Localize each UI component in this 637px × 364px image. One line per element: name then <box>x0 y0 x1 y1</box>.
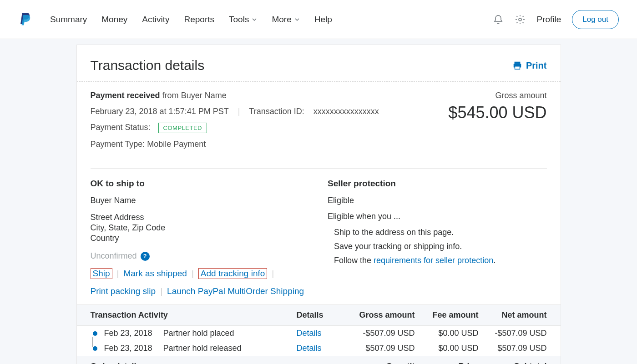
bell-icon[interactable] <box>493 14 504 25</box>
from-label: from <box>162 91 179 100</box>
activity-desc: Partner hold released <box>163 344 297 353</box>
logout-button[interactable]: Log out <box>572 10 619 29</box>
col-fee: Fee amount <box>415 310 479 320</box>
print-icon <box>512 60 522 70</box>
col-price: Price <box>420 362 479 364</box>
shipping-actions-row-2: Print packing slip | Launch PayPal Multi… <box>91 286 310 296</box>
eligible-value: Eligible <box>328 196 547 205</box>
svg-rect-1 <box>515 62 521 64</box>
nav-help[interactable]: Help <box>314 15 332 25</box>
top-navbar: Summary Money Activity Reports Tools Mor… <box>0 0 637 39</box>
page-title: Transaction details <box>91 58 205 73</box>
eligible-item: Ship to the address on this page. <box>334 228 547 237</box>
print-label: Print <box>526 60 547 71</box>
activity-gross: $507.09 USD <box>347 344 415 353</box>
ship-city-state-zip: City, State, Zip Code <box>91 223 310 233</box>
activity-date: Feb 23, 2018 <box>100 329 163 338</box>
payment-status-label: Payment Status: <box>91 123 151 132</box>
panel-header: Transaction details Print <box>77 45 561 82</box>
activity-row: Feb 23, 2018 Partner hold placed Details… <box>77 326 561 341</box>
payment-received-label: Payment received <box>91 91 160 100</box>
ship-country: Country <box>91 234 310 243</box>
separator: | <box>272 269 274 279</box>
order-details-heading: Order details <box>91 362 360 364</box>
activity-date: Feb 23, 2018 <box>100 344 163 353</box>
add-tracking-link[interactable]: Add tracking info <box>201 269 265 278</box>
activity-desc: Partner hold placed <box>163 329 297 338</box>
activity-gross: -$507.09 USD <box>347 329 415 338</box>
gross-amount-value: $545.00 USD <box>429 103 547 122</box>
shipping-protection-row: OK to ship to Buyer Name Street Address … <box>77 169 561 304</box>
shipping-actions-row-1: Ship | Mark as shipped | Add tracking in… <box>91 268 310 279</box>
gross-amount-label: Gross amount <box>429 91 547 100</box>
timeline-dot-icon <box>93 331 97 336</box>
col-net: Net amount <box>479 310 547 320</box>
activity-details-link[interactable]: Details <box>297 344 322 353</box>
nav-reports[interactable]: Reports <box>184 15 215 25</box>
activity-heading: Transaction Activity <box>91 310 297 320</box>
transaction-details-panel: Transaction details Print Payment receiv… <box>76 45 561 364</box>
mark-shipped-link[interactable]: Mark as shipped <box>123 269 187 279</box>
eligible-item-follow: Follow the requirements for seller prote… <box>334 256 547 265</box>
separator: | <box>117 269 119 279</box>
buyer-name: Buyer Name <box>181 91 227 100</box>
address-status: Unconfirmed ? <box>91 251 310 261</box>
separator: | <box>192 269 194 279</box>
seller-protection-requirements-link[interactable]: requirements for seller protection <box>374 256 493 265</box>
order-details-header: Order details Quantity Price Subtotal <box>77 356 561 364</box>
ship-name: Buyer Name <box>91 196 310 205</box>
gear-icon[interactable] <box>515 14 526 25</box>
status-badge: COMPLETED <box>158 123 207 133</box>
payment-summary: Payment received from Buyer Name Februar… <box>77 82 561 165</box>
help-icon[interactable]: ? <box>141 252 150 261</box>
activity-fee: $0.00 USD <box>415 344 479 353</box>
eligible-when-label: Eligible when you ... <box>328 212 547 221</box>
activity-row: Feb 23, 2018 Partner hold released Detai… <box>77 341 561 356</box>
col-quantity: Quantity <box>360 362 420 364</box>
follow-suffix: . <box>493 256 495 265</box>
ship-link[interactable]: Ship <box>93 269 110 278</box>
nav-more-label: More <box>272 15 291 25</box>
svg-point-0 <box>519 18 521 21</box>
paypal-logo-icon <box>18 11 32 28</box>
col-gross: Gross amount <box>347 310 415 320</box>
profile-link[interactable]: Profile <box>536 15 561 25</box>
chevron-down-icon <box>294 17 300 22</box>
payment-timestamp: February 23, 2018 at 1:57:41 PM PST <box>91 107 229 116</box>
nav-activity[interactable]: Activity <box>142 15 169 25</box>
nav-tools-label: Tools <box>229 15 249 25</box>
nav-more[interactable]: More <box>272 15 299 25</box>
col-subtotal: Subtotal <box>479 362 547 364</box>
col-details: Details <box>297 310 347 320</box>
activity-table-header: Transaction Activity Details Gross amoun… <box>77 304 561 326</box>
unconfirmed-label: Unconfirmed <box>91 251 137 261</box>
seller-protection-heading: Seller protection <box>328 179 547 189</box>
separator: | <box>238 107 240 116</box>
transaction-id-label: Transaction ID: <box>249 107 304 116</box>
print-packing-slip-link[interactable]: Print packing slip <box>91 286 156 296</box>
print-button[interactable]: Print <box>512 60 547 71</box>
activity-details-link[interactable]: Details <box>297 329 322 338</box>
ship-street: Street Address <box>91 213 310 222</box>
main-nav: Summary Money Activity Reports Tools Mor… <box>50 15 332 25</box>
svg-rect-3 <box>515 66 520 69</box>
ship-to-section: OK to ship to Buyer Name Street Address … <box>91 179 310 296</box>
nav-summary[interactable]: Summary <box>50 15 87 25</box>
activity-fee: $0.00 USD <box>415 329 479 338</box>
payment-type: Payment Type: Mobile Payment <box>91 140 429 149</box>
nav-tools[interactable]: Tools <box>229 15 257 25</box>
follow-prefix: Follow the <box>334 256 374 265</box>
seller-protection-section: Seller protection Eligible Eligible when… <box>328 179 547 296</box>
chevron-down-icon <box>252 17 257 22</box>
activity-net: -$507.09 USD <box>479 329 547 338</box>
transaction-id-value: xxxxxxxxxxxxxxxx <box>313 107 379 116</box>
eligible-item: Save your tracking or shipping info. <box>334 242 547 251</box>
ship-to-heading: OK to ship to <box>91 179 310 189</box>
nav-money[interactable]: Money <box>101 15 127 25</box>
timeline-connector <box>92 337 93 347</box>
timeline-dot-icon <box>93 346 97 351</box>
header-actions: Profile Log out <box>493 10 619 29</box>
separator: | <box>160 286 162 296</box>
activity-net: $507.09 USD <box>479 344 547 353</box>
multiorder-shipping-link[interactable]: Launch PayPal MultiOrder Shipping <box>167 286 304 296</box>
